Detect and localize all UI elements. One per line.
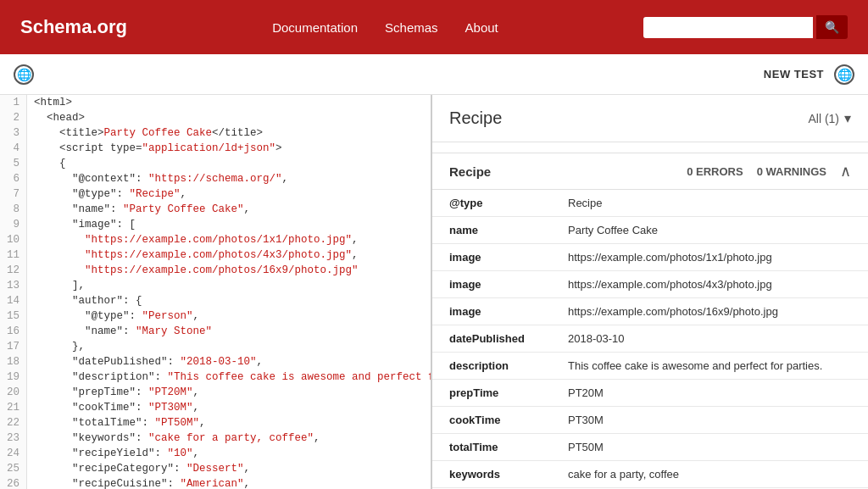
line-number: 5: [0, 156, 27, 171]
code-line: 16 "name": "Mary Stone": [0, 324, 431, 339]
line-content: },: [27, 339, 85, 354]
code-line: 20 "prepTime": "PT20M",: [0, 385, 431, 400]
results-title: Recipe: [449, 108, 502, 128]
line-number: 9: [0, 217, 27, 232]
line-content: <head>: [27, 110, 85, 125]
error-count: 0 ERRORS: [687, 165, 743, 178]
line-content: "datePublished": "2018-03-10",: [27, 354, 263, 370]
recipe-section-title: Recipe: [449, 164, 491, 179]
recipe-stats: 0 ERRORS 0 WARNINGS ∧: [687, 162, 851, 181]
code-panel: 1<html>2 <head>3 <title>Party Coffee Cak…: [0, 95, 432, 489]
search-form: 🔍: [643, 15, 848, 39]
table-row: prepTime PT20M: [432, 380, 868, 407]
line-content: "cookTime": "PT30M",: [27, 400, 199, 415]
code-line: 23 "keywords": "cake for a party, coffee…: [0, 431, 431, 446]
line-number: 26: [0, 476, 27, 489]
toolbar-left: 🌐: [14, 64, 34, 85]
search-input[interactable]: [643, 17, 813, 38]
search-button[interactable]: 🔍: [816, 15, 848, 39]
line-number: 4: [0, 141, 27, 156]
code-line: 2 <head>: [0, 110, 431, 125]
code-line: 10 "https://example.com/photos/1x1/photo…: [0, 232, 431, 247]
code-line: 19 "description": "This coffee cake is a…: [0, 370, 431, 385]
code-line: 17 },: [0, 339, 431, 354]
table-cell-value: cake for a party, coffee: [551, 461, 868, 488]
table-row: datePublished 2018-03-10: [432, 325, 868, 353]
table-cell-key: description: [432, 353, 551, 380]
line-content: {: [27, 156, 66, 171]
main-content: 1<html>2 <head>3 <title>Party Coffee Cak…: [0, 95, 868, 489]
table-row: @type Recipe: [432, 190, 868, 217]
line-number: 20: [0, 385, 27, 400]
line-number: 16: [0, 324, 27, 339]
code-line: 11 "https://example.com/photos/4x3/photo…: [0, 247, 431, 263]
table-cell-key: prepTime: [432, 380, 551, 407]
line-number: 24: [0, 446, 27, 461]
line-content: "https://example.com/photos/1x1/photo.jp…: [27, 232, 359, 247]
line-content: "recipeCategory": "Dessert",: [27, 461, 250, 476]
collapse-button[interactable]: ∧: [840, 162, 851, 181]
table-cell-value: 2018-03-10: [551, 325, 868, 353]
new-test-button[interactable]: NEW TEST: [764, 68, 824, 81]
line-number: 21: [0, 400, 27, 415]
line-content: "author": {: [27, 293, 142, 308]
line-content: "name": "Party Coffee Cake",: [27, 202, 250, 217]
header: Schema.org Documentation Schemas About 🔍: [0, 0, 868, 54]
line-content: "@type": "Recipe",: [27, 186, 186, 202]
line-number: 12: [0, 263, 27, 278]
line-number: 14: [0, 293, 27, 308]
table-cell-value: Recipe: [551, 190, 868, 217]
code-line: 9 "image": [: [0, 217, 431, 232]
code-line: 15 "@type": "Person",: [0, 308, 431, 324]
nav-documentation[interactable]: Documentation: [272, 20, 358, 35]
table-cell-value: PT30M: [551, 407, 868, 434]
nav-about[interactable]: About: [465, 20, 498, 35]
line-number: 15: [0, 308, 27, 324]
line-number: 23: [0, 431, 27, 446]
code-line: 24 "recipeYield": "10",: [0, 446, 431, 461]
code-line: 1<html>: [0, 95, 431, 110]
table-cell-value: https://example.com/photos/16x9/photo.jp…: [551, 298, 868, 325]
line-content: "name": "Mary Stone": [27, 324, 212, 339]
code-line: 25 "recipeCategory": "Dessert",: [0, 461, 431, 476]
code-line: 22 "totalTime": "PT50M",: [0, 415, 431, 431]
table-row: image https://example.com/photos/1x1/pho…: [432, 244, 868, 271]
results-all[interactable]: All (1) ▾: [808, 110, 851, 126]
line-content: "recipeYield": "10",: [27, 446, 199, 461]
table-cell-value: Party Coffee Cake: [551, 217, 868, 244]
line-number: 22: [0, 415, 27, 431]
code-line: 18 "datePublished": "2018-03-10",: [0, 354, 431, 370]
line-content: "keywords": "cake for a party, coffee",: [27, 431, 320, 446]
code-line: 26 "recipeCuisine": "American",: [0, 476, 431, 489]
line-number: 2: [0, 110, 27, 125]
nav-schemas[interactable]: Schemas: [385, 20, 438, 35]
table-cell-key: datePublished: [432, 325, 551, 353]
table-row: cookTime PT30M: [432, 407, 868, 434]
table-row: image https://example.com/photos/4x3/pho…: [432, 271, 868, 298]
table-cell-value: https://example.com/photos/4x3/photo.jpg: [551, 271, 868, 298]
toolbar-right: NEW TEST 🌐: [764, 64, 854, 85]
code-line: 8 "name": "Party Coffee Cake",: [0, 202, 431, 217]
line-number: 25: [0, 461, 27, 476]
code-line: 6 "@context": "https://schema.org/",: [0, 171, 431, 186]
table-cell-key: cookTime: [432, 407, 551, 434]
results-panel: Recipe All (1) ▾ Recipe 0 ERRORS 0 WARNI…: [432, 95, 868, 489]
code-line: 12 "https://example.com/photos/16x9/phot…: [0, 263, 431, 278]
site-logo: Schema.org: [20, 16, 127, 38]
table-cell-key: image: [432, 271, 551, 298]
line-content: "description": "This coffee cake is awes…: [27, 370, 432, 385]
line-content: ],: [27, 278, 85, 293]
globe-icon-right[interactable]: 🌐: [834, 64, 854, 85]
globe-icon-left[interactable]: 🌐: [14, 64, 34, 85]
line-content: "prepTime": "PT20M",: [27, 385, 199, 400]
line-content: <script type="application/ld+json">: [27, 141, 282, 156]
results-all-label: All (1): [808, 112, 839, 125]
recipe-section-header: Recipe 0 ERRORS 0 WARNINGS ∧: [432, 153, 868, 190]
code-line: 7 "@type": "Recipe",: [0, 186, 431, 202]
line-content: "recipeCuisine": "American",: [27, 476, 250, 489]
recipe-section: Recipe 0 ERRORS 0 WARNINGS ∧ @type Recip…: [432, 153, 868, 489]
line-content: "https://example.com/photos/4x3/photo.jp…: [27, 247, 359, 263]
table-cell-value: PT50M: [551, 434, 868, 461]
line-content: "@type": "Person",: [27, 308, 199, 324]
data-table: @type Recipe name Party Coffee Cake imag…: [432, 190, 868, 489]
